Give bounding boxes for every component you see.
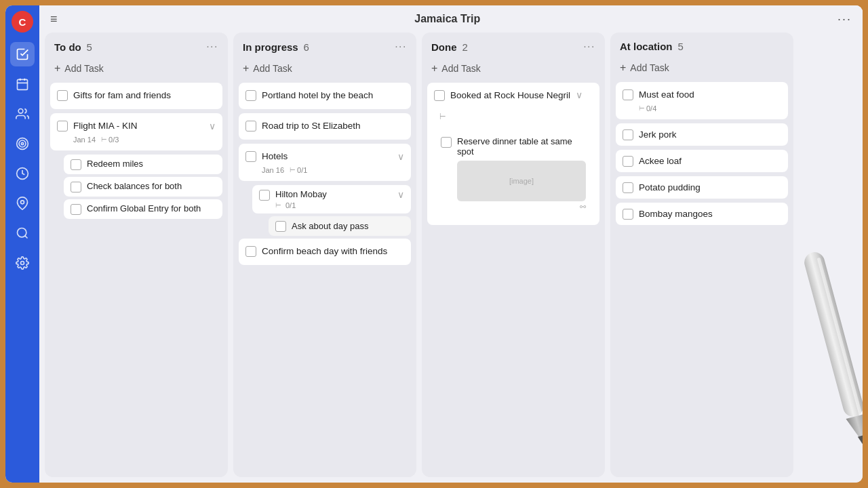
sidebar-item-people[interactable] <box>10 102 35 126</box>
todo-add-task-button[interactable]: + Add Task <box>45 58 228 80</box>
done-add-task-button[interactable]: + Add Task <box>422 58 605 80</box>
subtask-title: Hilton Mobay <box>275 189 327 199</box>
tablet-frame: C <box>5 5 863 483</box>
done-subtask-area: Reserve dinner table at same spot [image… <box>434 132 593 218</box>
task-checkbox[interactable] <box>275 221 286 232</box>
subtask-list: Redeem miles Check balances for both Con… <box>64 155 222 219</box>
at-location-item: Jerk pork <box>616 123 788 146</box>
column-done-title: Done <box>431 41 457 53</box>
at-location-title: Potato pudding <box>639 182 701 192</box>
task-card: Confirm beach day with friends <box>239 239 411 265</box>
column-done-header: Done 2 ··· <box>422 33 605 58</box>
task-content: Hotels ∨ Jan 16 ⊢ 0/1 <box>262 150 404 174</box>
task-checkbox[interactable] <box>245 151 256 162</box>
sidebar-item-location[interactable] <box>10 191 35 216</box>
add-task-label: Add Task <box>64 63 103 74</box>
at-location-item: Bombay mangoes <box>616 203 788 225</box>
task-checkbox[interactable] <box>259 190 270 201</box>
sidebar-item-clock[interactable] <box>10 161 35 186</box>
task-checkbox[interactable] <box>71 182 81 192</box>
task-date: Jan 16 <box>262 166 284 174</box>
at-location-title: Jerk pork <box>639 129 677 140</box>
task-content: Flight MIA - KIN ∨ Jan 14 ⊢ 0/3 <box>73 120 216 144</box>
tree-icon: ⊢ <box>439 113 446 121</box>
column-todo-title: To do <box>54 41 81 53</box>
task-checkbox[interactable] <box>441 137 452 148</box>
expand-icon[interactable]: ∨ <box>397 189 404 200</box>
inprogress-add-task-button[interactable]: + Add Task <box>233 58 416 80</box>
task-checkbox[interactable] <box>623 89 633 100</box>
task-checkbox[interactable] <box>245 90 256 101</box>
at-location-item: Ackee loaf <box>616 150 788 172</box>
task-checkbox[interactable] <box>623 156 633 167</box>
column-inprogress: In progress 6 ··· + Add Task Port <box>233 33 416 477</box>
svg-point-12 <box>21 262 24 265</box>
task-card: Must eat food ⊢ 0/4 <box>616 82 788 119</box>
task-subtask-count: ⊢ 0/3 <box>101 136 119 144</box>
link-icon: ⚯ <box>457 203 586 211</box>
task-title: Flight MIA - KIN <box>73 120 138 133</box>
task-content: Confirm beach day with friends <box>262 245 404 258</box>
task-checkbox[interactable] <box>71 204 81 215</box>
task-card: Flight MIA - KIN ∨ Jan 14 ⊢ 0/3 <box>50 113 222 150</box>
atlocation-add-task-button[interactable]: + Add Task <box>610 58 793 79</box>
more-options-icon[interactable]: ··· <box>837 12 852 26</box>
column-done-more[interactable]: ··· <box>583 41 595 53</box>
sidebar-item-calendar[interactable] <box>10 72 35 96</box>
column-inprogress-more[interactable]: ··· <box>395 41 407 53</box>
column-inprogress-header: In progress 6 ··· <box>233 33 416 58</box>
subtask-meta: ⊢ 0/1 <box>275 201 404 209</box>
task-content: Reserve dinner table at same spot [image… <box>457 136 586 211</box>
app-container: C <box>0 0 868 488</box>
column-todo: To do 5 ··· + Add Task <box>45 33 228 477</box>
subtask-title: Check balances for both <box>87 181 182 191</box>
sidebar-item-goals[interactable] <box>10 131 35 156</box>
task-checkbox[interactable] <box>57 90 68 101</box>
task-subtask-count: ⊢ 0/4 <box>639 104 656 113</box>
avatar[interactable]: C <box>12 11 33 33</box>
task-card: Gifts for fam and friends <box>50 83 222 109</box>
sidebar-item-settings[interactable] <box>10 251 35 275</box>
task-content: Portland hotel by the beach <box>262 89 404 102</box>
sidebar: C <box>5 5 39 483</box>
column-atlocation-title: At location <box>620 41 673 52</box>
subtask-item: Hilton Mobay ∨ ⊢ 0/1 <box>252 185 411 214</box>
menu-icon[interactable]: ≡ <box>50 12 58 26</box>
subtask-item: Redeem miles <box>64 155 222 174</box>
task-title: Must eat food <box>639 89 781 102</box>
task-checkbox[interactable] <box>245 246 256 257</box>
sidebar-item-search[interactable] <box>10 221 35 245</box>
task-checkbox[interactable] <box>434 90 445 101</box>
subtask-title: Ask about day pass <box>292 221 368 231</box>
subtask-item: Check balances for both <box>64 177 222 197</box>
task-checkbox[interactable] <box>245 121 256 131</box>
plus-icon: + <box>620 62 626 74</box>
svg-rect-0 <box>18 79 28 89</box>
plus-icon: + <box>431 62 437 75</box>
svg-point-10 <box>18 228 26 237</box>
column-inprogress-count: 6 <box>304 41 309 53</box>
task-checkbox[interactable] <box>623 129 633 140</box>
task-checkbox[interactable] <box>623 182 633 193</box>
done-card-row: Booked at Rock House Negril ∨ <box>434 89 583 102</box>
at-location-title: Bombay mangoes <box>639 209 713 219</box>
task-checkbox[interactable] <box>57 121 68 131</box>
expand-icon[interactable]: ∨ <box>209 121 216 131</box>
add-task-label: Add Task <box>630 62 669 73</box>
task-meta: Jan 14 ⊢ 0/3 <box>73 136 216 144</box>
image-placeholder: [image] <box>457 161 586 201</box>
column-done: Done 2 ··· + Add Task <box>422 33 605 477</box>
task-checkbox[interactable] <box>623 209 633 220</box>
expand-icon[interactable]: ∨ <box>576 89 583 100</box>
sub-subtask-item: Ask about day pass <box>269 216 411 236</box>
plus-icon: + <box>243 62 249 75</box>
task-checkbox[interactable] <box>71 159 81 170</box>
task-date: Jan 14 <box>73 136 96 144</box>
task-card: Hotels ∨ Jan 16 ⊢ 0/1 <box>239 144 411 181</box>
subtask-list: Hilton Mobay ∨ ⊢ 0/1 <box>252 185 411 236</box>
sidebar-item-tasks[interactable] <box>10 42 35 66</box>
svg-point-7 <box>21 142 23 144</box>
column-todo-more[interactable]: ··· <box>206 41 218 53</box>
expand-icon[interactable]: ∨ <box>397 151 404 162</box>
pencil-area <box>799 33 863 477</box>
